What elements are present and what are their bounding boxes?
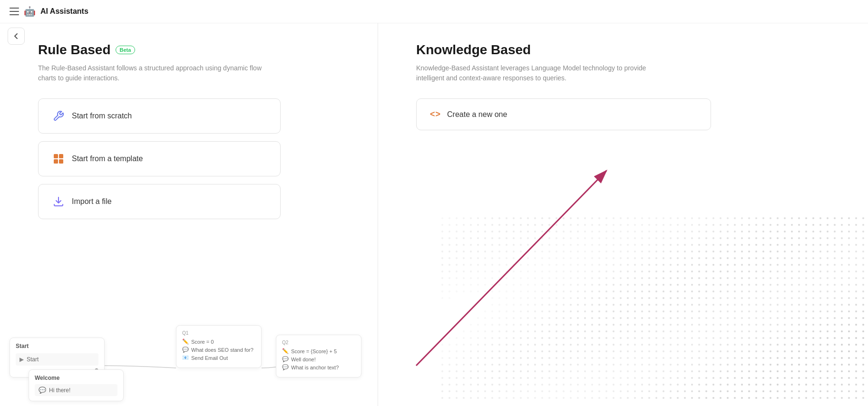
- svg-point-1555: [577, 390, 579, 392]
- svg-point-959: [577, 324, 579, 326]
- import-file-button[interactable]: Import a file: [38, 184, 281, 219]
- svg-point-994: [827, 324, 829, 326]
- svg-point-1318: [598, 364, 600, 366]
- svg-point-284: [705, 244, 707, 246]
- svg-point-917: [677, 317, 679, 319]
- svg-point-1468: [812, 377, 814, 379]
- svg-point-935: [805, 317, 807, 319]
- svg-point-54: [777, 217, 779, 219]
- svg-point-313: [484, 251, 486, 252]
- create-new-button[interactable]: <> Create a new one: [416, 98, 711, 130]
- svg-point-508: [591, 271, 593, 272]
- back-button[interactable]: [8, 28, 25, 45]
- svg-point-720: [819, 290, 821, 292]
- hamburger-menu[interactable]: [10, 8, 19, 15]
- svg-point-228: [734, 237, 736, 239]
- svg-point-695: [641, 290, 643, 292]
- svg-point-790: [548, 304, 550, 306]
- svg-point-238: [805, 237, 807, 239]
- svg-point-470: [748, 264, 750, 266]
- svg-point-1179: [463, 350, 465, 352]
- svg-point-409: [741, 257, 743, 259]
- svg-point-603: [841, 277, 843, 279]
- svg-point-343: [698, 251, 700, 252]
- svg-point-1519: [748, 384, 750, 386]
- svg-point-1360: [470, 370, 472, 372]
- svg-point-1054: [848, 330, 850, 332]
- svg-point-600: [819, 277, 821, 279]
- svg-point-612: [477, 284, 479, 286]
- svg-point-1231: [834, 350, 836, 352]
- svg-point-1531: [834, 384, 836, 386]
- svg-point-755: [677, 297, 679, 299]
- svg-point-1280: [755, 357, 757, 359]
- svg-point-1622: [627, 397, 629, 399]
- svg-point-11: [470, 217, 472, 219]
- svg-point-334: [634, 251, 636, 252]
- svg-point-1188: [527, 350, 529, 352]
- svg-point-1385: [648, 370, 650, 372]
- svg-point-801: [627, 304, 629, 306]
- svg-point-1454: [712, 377, 714, 379]
- svg-point-331: [613, 251, 614, 252]
- svg-point-1570: [684, 390, 686, 392]
- svg-point-577: [655, 277, 657, 279]
- svg-point-1029: [670, 330, 672, 332]
- svg-point-729: [491, 297, 493, 299]
- svg-point-389: [598, 257, 600, 259]
- svg-point-1269: [677, 357, 679, 359]
- svg-point-666: [862, 284, 864, 286]
- svg-point-851: [598, 310, 600, 312]
- svg-point-605: [855, 277, 857, 279]
- svg-point-754: [670, 297, 672, 299]
- svg-point-946: [484, 324, 486, 326]
- svg-point-1455: [720, 377, 722, 379]
- svg-point-968: [641, 324, 643, 326]
- svg-point-304: [848, 244, 850, 246]
- svg-point-448: [591, 264, 593, 266]
- svg-point-401: [684, 257, 686, 259]
- svg-point-828: [819, 304, 821, 306]
- svg-point-105: [712, 224, 714, 226]
- svg-point-104: [705, 224, 707, 226]
- svg-point-1239: [463, 357, 465, 359]
- svg-point-165: [712, 231, 714, 232]
- svg-point-64: [848, 217, 850, 219]
- svg-point-928: [755, 317, 757, 319]
- welcome-msg: 💬 Hi there!: [35, 384, 117, 396]
- svg-point-1623: [634, 397, 636, 399]
- svg-point-1376: [584, 370, 586, 372]
- svg-point-1592: [841, 390, 843, 392]
- svg-point-445: [570, 264, 572, 266]
- svg-point-180: [819, 231, 821, 232]
- svg-point-501: [541, 271, 543, 272]
- svg-point-526: [720, 271, 722, 272]
- svg-point-1319: [605, 364, 607, 366]
- svg-point-349: [741, 251, 743, 252]
- svg-point-1016: [577, 330, 579, 332]
- start-from-template-button[interactable]: Start from a template: [38, 141, 281, 176]
- svg-point-650: [748, 284, 750, 286]
- svg-point-345: [712, 251, 714, 252]
- svg-point-794: [577, 304, 579, 306]
- svg-point-592: [762, 277, 764, 279]
- svg-point-831: [841, 304, 843, 306]
- svg-point-1144: [641, 344, 643, 346]
- svg-point-427: [441, 264, 443, 266]
- svg-point-219: [670, 237, 672, 239]
- svg-point-947: [491, 324, 493, 326]
- svg-point-395: [641, 257, 643, 259]
- start-from-scratch-button[interactable]: Start from scratch: [38, 98, 281, 134]
- svg-point-1583: [777, 390, 779, 392]
- svg-point-1494: [570, 384, 572, 386]
- svg-point-83: [556, 224, 557, 226]
- svg-point-636: [648, 284, 650, 286]
- svg-point-865: [698, 310, 700, 312]
- svg-point-785: [513, 304, 515, 306]
- svg-point-1491: [548, 384, 550, 386]
- svg-point-909: [620, 317, 622, 319]
- svg-point-1414: [855, 370, 857, 372]
- svg-point-767: [762, 297, 764, 299]
- svg-point-75: [498, 224, 500, 226]
- svg-point-48: [734, 217, 736, 219]
